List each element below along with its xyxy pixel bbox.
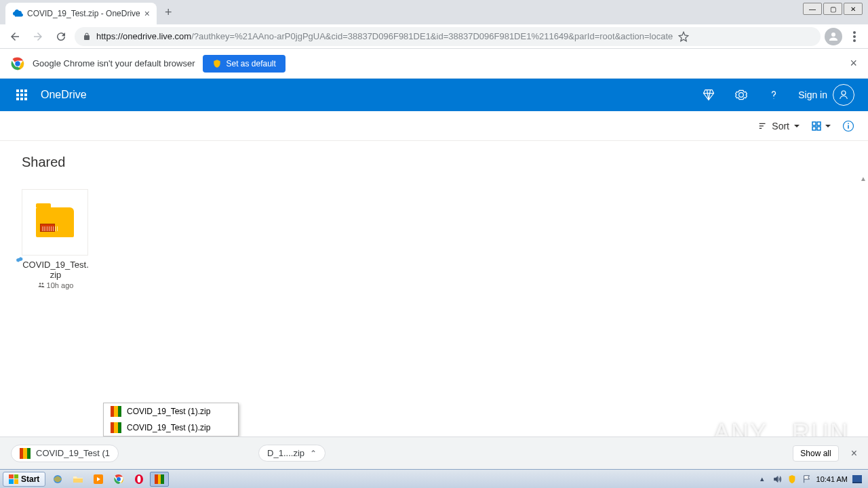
taskbar-icons (48, 472, 169, 487)
diamond-icon (702, 88, 715, 102)
archive-icon (20, 448, 31, 459)
clock[interactable]: 10:41 AM (816, 475, 848, 483)
download-menu-item[interactable]: COVID_19_Test (1).zip (104, 403, 238, 420)
svg-point-4 (15, 61, 20, 66)
taskbar-chrome-icon[interactable] (109, 472, 128, 487)
window-controls: — ▢ ✕ (803, 3, 863, 15)
zip-folder-icon (36, 207, 74, 237)
archive-icon (111, 406, 121, 417)
help-button[interactable] (757, 79, 790, 111)
sort-button[interactable]: Sort (758, 121, 800, 131)
onedrive-brand[interactable]: OneDrive (41, 89, 87, 101)
address-bar[interactable]: https://onedrive.live.com/?authkey=%21AA… (75, 27, 821, 46)
gear-icon (734, 88, 748, 102)
waffle-icon (16, 89, 27, 100)
file-item[interactable]: COVID_19_Test.zip 10h ago (22, 189, 90, 289)
chevron-down-icon (793, 123, 800, 129)
svg-point-0 (853, 31, 856, 34)
security-icon[interactable] (787, 474, 797, 485)
show-all-downloads-button[interactable]: Show all (793, 445, 838, 462)
file-name: COVID_19_Test.zip (22, 260, 90, 280)
download-item[interactable]: COVID_19_Test (1 (11, 445, 119, 462)
sort-icon (758, 121, 768, 131)
browser-toolbar: https://onedrive.live.com/?authkey=%21AA… (0, 24, 868, 49)
lock-icon (83, 33, 91, 41)
app-launcher-button[interactable] (5, 79, 38, 111)
shared-badge-icon (15, 256, 23, 264)
minimize-button[interactable]: — (803, 3, 822, 15)
svg-point-1 (853, 35, 856, 38)
volume-icon[interactable] (772, 474, 783, 485)
scrollbar-arrow-icon[interactable]: ▲ (860, 175, 867, 182)
premium-button[interactable] (692, 79, 725, 111)
person-icon (833, 84, 854, 106)
browser-chrome: COVID_19_Test.zip - OneDrive × + — ▢ ✕ h… (0, 0, 868, 49)
file-meta: 10h ago (22, 281, 90, 289)
view-button[interactable] (811, 121, 831, 131)
svg-rect-12 (852, 475, 862, 482)
download-shelf: COVID_19_Test (1 D_1....zip ⌃ Show all × (0, 436, 868, 469)
content-area: Shared COVID_19_Test.zip 10h ago (0, 141, 868, 303)
file-thumbnail (22, 189, 88, 256)
banner-close-icon[interactable]: × (850, 56, 857, 70)
chrome-menu-button[interactable] (846, 31, 863, 42)
taskbar-opera-icon[interactable] (130, 472, 149, 487)
windows-logo-icon (9, 474, 18, 484)
maximize-button[interactable]: ▢ (823, 3, 842, 15)
windows-taskbar: Start ▴ 10:41 AM (0, 469, 868, 488)
settings-button[interactable] (725, 79, 757, 111)
taskbar-winrar-icon[interactable] (150, 472, 169, 487)
flag-icon[interactable] (802, 474, 812, 485)
download-menu-item[interactable]: COVID_19_Test (1).zip (104, 420, 238, 436)
signin-button[interactable]: Sign in (790, 84, 863, 106)
svg-point-11 (138, 476, 141, 483)
tab-title: COVID_19_Test.zip - OneDrive (27, 9, 140, 18)
tray-expand-icon[interactable]: ▴ (757, 474, 768, 485)
archive-icon (111, 422, 121, 433)
help-icon (767, 88, 781, 102)
set-default-button[interactable]: Set as default (203, 55, 285, 73)
people-icon (38, 282, 45, 289)
default-browser-banner: Google Chrome isn't your default browser… (0, 49, 868, 79)
taskbar-media-icon[interactable] (89, 472, 108, 487)
chrome-logo-icon (11, 57, 24, 70)
banner-text: Google Chrome isn't your default browser (33, 58, 195, 68)
download-popup-menu: COVID_19_Test (1).zip COVID_19_Test (1).… (103, 403, 239, 436)
taskbar-explorer-icon[interactable] (68, 472, 87, 487)
info-icon (842, 120, 854, 132)
shield-icon (212, 59, 222, 68)
details-pane-button[interactable] (842, 120, 854, 132)
section-title: Shared (22, 155, 846, 170)
file-grid: COVID_19_Test.zip 10h ago (22, 189, 846, 289)
close-window-button[interactable]: ✕ (844, 3, 863, 15)
svg-point-2 (853, 39, 856, 42)
tab-strip: COVID_19_Test.zip - OneDrive × + — ▢ ✕ (0, 0, 868, 24)
url-text: https://onedrive.live.com/?authkey=%21AA… (96, 31, 673, 41)
reload-button[interactable] (52, 27, 71, 46)
profile-avatar[interactable] (825, 28, 842, 45)
system-tray: ▴ 10:41 AM (757, 474, 865, 485)
grid-view-icon (811, 121, 822, 131)
chevron-down-icon (825, 123, 831, 129)
start-button[interactable]: Start (3, 472, 45, 487)
new-tab-button[interactable]: + (165, 5, 172, 20)
download-shelf-close-icon[interactable]: × (851, 447, 857, 460)
taskbar-ie-icon[interactable] (48, 472, 67, 487)
show-desktop-icon[interactable] (852, 474, 863, 485)
back-button[interactable] (5, 27, 24, 46)
onedrive-favicon (12, 8, 23, 19)
svg-point-9 (117, 477, 121, 481)
chevron-up-icon[interactable]: ⌃ (310, 449, 317, 458)
svg-rect-13 (852, 482, 862, 483)
forward-button[interactable] (28, 27, 47, 46)
download-item[interactable]: D_1....zip ⌃ (258, 445, 326, 462)
browser-tab[interactable]: COVID_19_Test.zip - OneDrive × (5, 3, 157, 24)
command-bar: Sort (0, 111, 868, 141)
bookmark-star-icon[interactable] (678, 31, 689, 42)
tab-close-icon[interactable]: × (144, 8, 150, 19)
onedrive-header: OneDrive Sign in (0, 79, 868, 111)
